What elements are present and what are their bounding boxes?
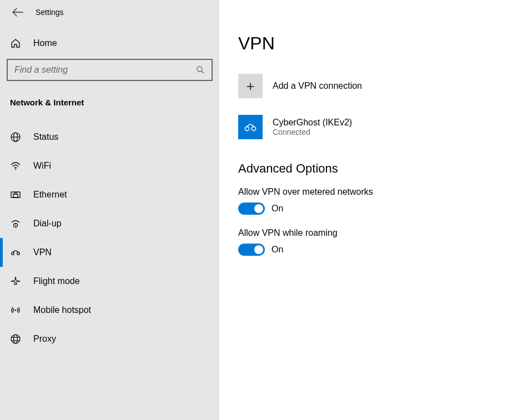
vpn-connection-item[interactable]: CyberGhost (IKEv2) Connected: [238, 115, 504, 139]
ethernet-icon: [10, 189, 21, 200]
wifi-icon: [10, 160, 21, 171]
advanced-options-title: Advanced Options: [238, 161, 504, 176]
option-label-metered: Allow VPN over metered networks: [238, 187, 504, 197]
vpn-connection-text: CyberGhost (IKEv2) Connected: [273, 118, 352, 136]
sidebar-nav: Status WiFi Ethernet Dial-up VPN: [0, 123, 219, 353]
svg-point-17: [14, 335, 18, 343]
toggle-roaming[interactable]: [238, 244, 265, 256]
add-vpn-button[interactable]: + Add a VPN connection: [238, 74, 504, 98]
sidebar-item-ethernet[interactable]: Ethernet: [0, 180, 219, 209]
svg-point-20: [245, 126, 249, 130]
nav-label: Dial-up: [33, 219, 62, 229]
svg-point-15: [15, 310, 17, 311]
back-arrow-icon[interactable]: [12, 8, 23, 17]
app-title: Settings: [36, 8, 64, 17]
flight-mode-icon: [10, 276, 21, 287]
sidebar-header: Settings: [0, 4, 219, 26]
svg-point-21: [252, 126, 255, 130]
dialup-icon: [10, 218, 21, 229]
sidebar-item-hotspot[interactable]: Mobile hotspot: [0, 296, 219, 325]
add-vpn-label: Add a VPN connection: [273, 81, 362, 91]
toggle-metered[interactable]: [238, 203, 265, 215]
toggle-state-metered: On: [271, 204, 283, 214]
vpn-icon: [10, 247, 21, 258]
toggle-state-roaming: On: [271, 245, 283, 255]
nav-label: VPN: [33, 247, 52, 257]
sidebar: Settings Home Network & Internet Status …: [0, 0, 219, 420]
page-title: VPN: [238, 33, 504, 54]
sidebar-item-status[interactable]: Status: [0, 123, 219, 151]
nav-label: Mobile hotspot: [33, 305, 91, 315]
toggle-row-metered: On: [238, 203, 504, 215]
nav-label: Ethernet: [33, 190, 67, 200]
svg-point-5: [15, 169, 16, 170]
sidebar-item-proxy[interactable]: Proxy: [0, 325, 219, 353]
search-box[interactable]: [7, 59, 213, 81]
svg-point-12: [15, 225, 16, 226]
main-content: VPN + Add a VPN connection CyberGhost (I…: [219, 0, 523, 420]
nav-label: Status: [33, 132, 58, 142]
sidebar-item-dialup[interactable]: Dial-up: [0, 209, 219, 238]
vpn-connection-icon: [238, 115, 263, 139]
nav-label: Flight mode: [33, 276, 80, 286]
svg-point-0: [197, 67, 202, 72]
svg-point-16: [11, 335, 20, 343]
home-icon: [10, 38, 21, 49]
nav-label: Proxy: [33, 334, 56, 344]
proxy-icon: [10, 333, 21, 345]
hotspot-icon: [10, 305, 21, 316]
toggle-row-roaming: On: [238, 244, 504, 256]
home-label: Home: [33, 38, 57, 48]
vpn-connection-status: Connected: [273, 128, 352, 136]
svg-rect-7: [13, 194, 18, 198]
svg-line-1: [202, 71, 204, 73]
svg-point-13: [12, 252, 14, 255]
globe-icon: [10, 131, 21, 143]
sidebar-item-flightmode[interactable]: Flight mode: [0, 267, 219, 296]
vpn-connection-name: CyberGhost (IKEv2): [273, 118, 352, 128]
sidebar-item-home[interactable]: Home: [0, 26, 219, 59]
plus-icon: +: [238, 74, 263, 98]
category-title: Network & Internet: [0, 92, 219, 115]
nav-label: WiFi: [33, 161, 51, 171]
option-label-roaming: Allow VPN while roaming: [238, 228, 504, 238]
search-wrap: [7, 59, 213, 81]
sidebar-item-wifi[interactable]: WiFi: [0, 151, 219, 180]
search-input[interactable]: [14, 65, 196, 75]
sidebar-item-vpn[interactable]: VPN: [0, 238, 219, 267]
search-icon: [196, 65, 205, 74]
svg-point-14: [17, 252, 20, 255]
